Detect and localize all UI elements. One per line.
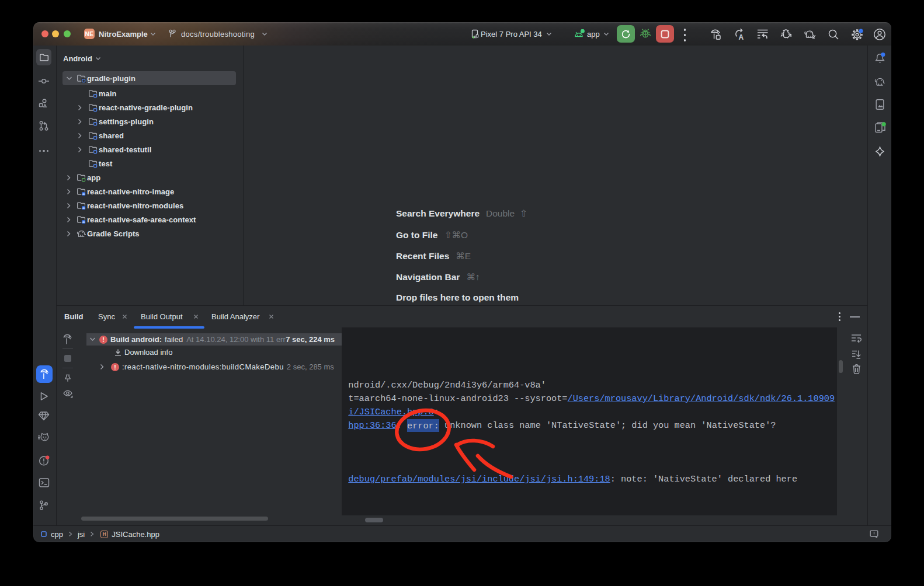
svg-text:A: A: [739, 33, 744, 41]
